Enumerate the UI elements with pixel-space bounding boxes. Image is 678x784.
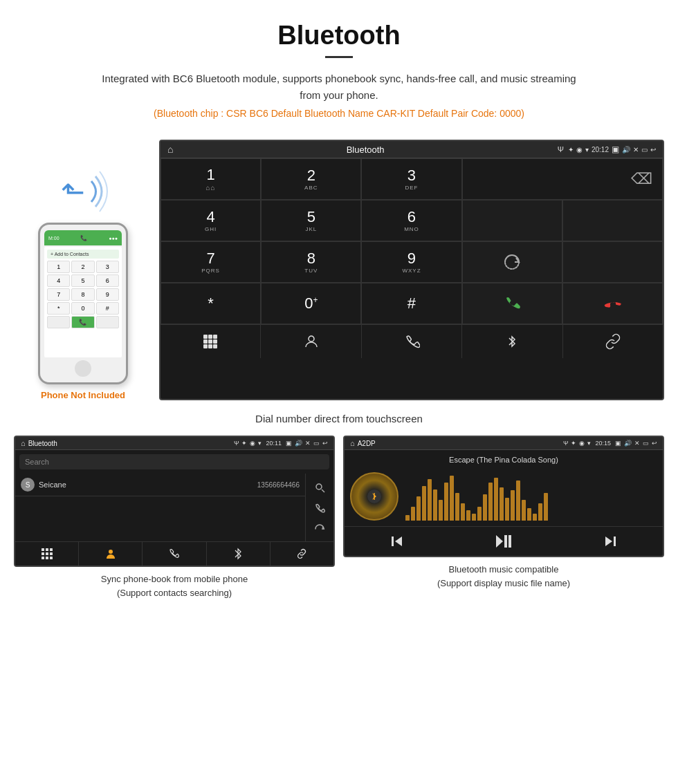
bottom-section: ⌂ Bluetooth Ψ ✦ ◉ ▾ 20:11 ▣ 🔊 ✕ ▭ ↩ Sear… (0, 436, 678, 610)
bluetooth-signal-icon: ⬑ (55, 167, 111, 216)
home-icon[interactable]: ⌂ (167, 144, 173, 155)
signal-icon: ▾ (585, 146, 589, 153)
key-9[interactable]: 9 WXYZ (361, 241, 461, 283)
song-title-area: Escape (The Pina Colada Song) (345, 450, 663, 472)
pb-toolbar-phone[interactable] (143, 542, 206, 566)
svg-rect-9 (213, 344, 217, 348)
pb-search-placeholder: Search (25, 458, 49, 466)
main-caption: Dial number direct from touchscreen (0, 407, 678, 436)
phone-key-9: 9 (96, 288, 119, 301)
usb-icon: Ψ (558, 145, 564, 153)
pb-bt-icon: ✦ (241, 440, 247, 447)
key-0[interactable]: 0+ (261, 283, 361, 324)
backspace-button[interactable]: ⌫ (631, 170, 652, 188)
phone-key-hash: # (96, 302, 119, 315)
phone-key-0: 0 (71, 302, 94, 315)
music-screen: ⌂ A2DP Ψ ✦ ◉ ▾ 20:15 ▣ 🔊 ✕ ▭ ↩ Escape (T… (343, 436, 664, 557)
key-7[interactable]: 7 PQRS (161, 241, 261, 283)
main-section: ⬑ M:00 📞 ●●● + Add to Contacts 1 2 3 4 (0, 140, 678, 400)
svg-point-10 (309, 336, 314, 342)
pb-toolbar-link[interactable] (271, 542, 333, 566)
music-home-icon[interactable]: ⌂ (350, 439, 355, 447)
svg-line-12 (322, 489, 324, 492)
pb-search-icon[interactable] (311, 478, 328, 496)
number-display: ⌫ (462, 158, 663, 200)
pb-side-actions (305, 474, 333, 541)
phone-home-button[interactable] (75, 360, 91, 377)
toolbar-bluetooth-button[interactable] (462, 325, 562, 358)
music-back-icon[interactable]: ↩ (652, 440, 657, 447)
svg-rect-5 (208, 339, 212, 344)
toolbar-contacts-button[interactable] (261, 325, 361, 358)
pb-back-icon[interactable]: ↩ (322, 440, 328, 447)
phone-key-1: 1 (47, 261, 70, 273)
key-hash[interactable]: # (361, 283, 461, 324)
pb-usb-icon: Ψ (234, 440, 239, 447)
svg-rect-7 (203, 344, 208, 348)
music-x-icon: ✕ (634, 440, 640, 447)
music-disc-inner (367, 489, 381, 503)
pb-status-bar: ⌂ Bluetooth Ψ ✦ ◉ ▾ 20:11 ▣ 🔊 ✕ ▭ ↩ (15, 437, 333, 450)
pb-bottom-toolbar (15, 541, 333, 566)
svg-rect-21 (50, 557, 53, 559)
pb-toolbar-dialpad[interactable] (15, 542, 79, 566)
back-status-icon[interactable]: ↩ (650, 146, 656, 153)
prev-button[interactable] (381, 531, 413, 552)
pb-cam-icon: ▣ (286, 440, 292, 447)
music-item: ⌂ A2DP Ψ ✦ ◉ ▾ 20:15 ▣ 🔊 ✕ ▭ ↩ Escape (T… (343, 436, 664, 599)
status-icons: ✦ ◉ ▾ 20:12 ▣ 🔊 ✕ ▭ ↩ (568, 144, 656, 154)
music-controls (345, 526, 663, 556)
svg-text:⬑: ⬑ (61, 176, 85, 208)
phone-screen: + Add to Contacts 1 2 3 4 5 6 7 8 9 * 0 … (44, 247, 122, 357)
pb-toolbar-bluetooth[interactable] (207, 542, 271, 566)
pb-call-icon[interactable] (311, 498, 328, 516)
next-button[interactable] (594, 531, 626, 552)
svg-marker-29 (605, 536, 612, 546)
time-display: 20:12 (592, 146, 609, 153)
phone-key-6: 6 (96, 274, 119, 287)
phone-key-4: 4 (47, 274, 70, 287)
empty-cell-1 (462, 200, 562, 241)
key-3[interactable]: 3 DEF (361, 158, 461, 200)
dialpad-grid: 1 ⌂⌂ 2 ABC 3 DEF ⌫ 4 GHI (161, 158, 663, 324)
phone-key-call[interactable]: 📞 (71, 316, 94, 328)
page-header: Bluetooth Integrated with BC6 Bluetooth … (0, 0, 678, 140)
music-time: 20:15 (595, 440, 611, 447)
svg-point-22 (109, 550, 113, 554)
key-1[interactable]: 1 ⌂⌂ (161, 158, 261, 200)
svg-rect-16 (42, 552, 44, 555)
toolbar-dialpad-button[interactable] (161, 325, 261, 358)
phone-area: ⬑ M:00 📞 ●●● + Add to Contacts 1 2 3 4 (14, 140, 152, 400)
music-win-icon: ▭ (643, 440, 649, 447)
key-6[interactable]: 6 MNO (361, 200, 461, 241)
pb-search-bar[interactable]: Search (19, 454, 329, 469)
key-5[interactable]: 5 JKL (261, 200, 361, 241)
call-accept-button[interactable] (462, 283, 562, 324)
phone-mockup: M:00 📞 ●●● + Add to Contacts 1 2 3 4 5 6… (38, 223, 128, 384)
phone-key-blank-l (47, 316, 70, 328)
volume-status-icon: 🔊 (622, 146, 630, 153)
window-status-icon: ▭ (641, 146, 648, 153)
play-pause-button[interactable] (486, 531, 521, 552)
pb-home-icon[interactable]: ⌂ (21, 439, 26, 447)
call-end-button[interactable] (562, 283, 663, 324)
key-4[interactable]: 4 GHI (161, 200, 261, 241)
music-caption: Bluetooth music compatible(Support displ… (437, 563, 570, 590)
key-2[interactable]: 2 ABC (261, 158, 361, 200)
key-star[interactable]: * (161, 283, 261, 324)
svg-rect-18 (50, 552, 53, 555)
pb-vol-icon: 🔊 (295, 440, 302, 447)
phone-top-bar: M:00 📞 ●●● (44, 230, 122, 245)
svg-rect-27 (504, 535, 507, 548)
pb-refresh-icon[interactable] (311, 519, 328, 537)
pb-contact-row[interactable]: S Seicane 13566664466 (15, 474, 305, 496)
phone-call-label: 📞 (80, 235, 87, 241)
music-usb-icon: Ψ (563, 440, 569, 447)
refresh-button[interactable] (462, 241, 562, 283)
key-8[interactable]: 8 TUV (261, 241, 361, 283)
svg-rect-13 (42, 548, 44, 551)
toolbar-phone-button[interactable] (362, 325, 462, 358)
toolbar-link-button[interactable] (563, 325, 663, 358)
car-unit-screen-container: ⌂ Bluetooth Ψ ✦ ◉ ▾ 20:12 ▣ 🔊 ✕ ▭ ↩ (159, 140, 664, 400)
pb-toolbar-contacts[interactable] (79, 542, 143, 566)
